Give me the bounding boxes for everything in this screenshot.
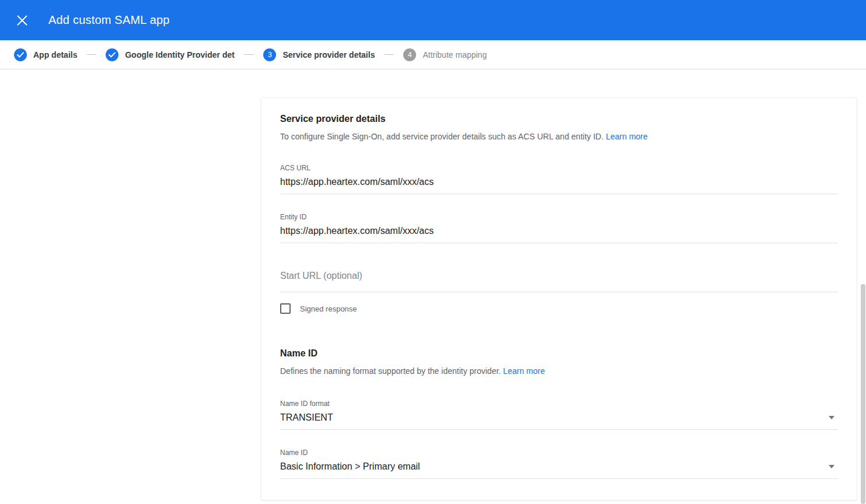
start-url-field bbox=[280, 270, 838, 292]
signed-response-row[interactable]: Signed response bbox=[280, 303, 838, 314]
learn-more-link[interactable]: Learn more bbox=[606, 132, 648, 141]
stepper: App details Google Identity Provider det… bbox=[0, 40, 866, 69]
section-title: Service provider details bbox=[280, 113, 838, 124]
main-content: Service provider details To configure Si… bbox=[0, 69, 866, 504]
app-bar: Add custom SAML app bbox=[0, 0, 866, 40]
name-id-label: Name ID bbox=[280, 449, 838, 457]
learn-more-link[interactable]: Learn more bbox=[503, 366, 545, 376]
step-label: Google Identity Provider details bbox=[125, 50, 235, 60]
step-separator bbox=[87, 54, 96, 55]
step-circle: 4 bbox=[403, 48, 416, 61]
entity-id-label: Entity ID bbox=[280, 213, 838, 221]
service-provider-card: Service provider details To configure Si… bbox=[261, 97, 857, 501]
step-app-details[interactable]: App details bbox=[14, 48, 77, 61]
start-url-input[interactable] bbox=[280, 270, 838, 292]
name-id-field: Name ID Basic Information > Primary emai… bbox=[280, 449, 838, 479]
section-description-text: To configure Single Sign-On, add service… bbox=[280, 132, 603, 141]
step-circle bbox=[14, 48, 27, 61]
signed-response-label: Signed response bbox=[300, 304, 357, 313]
dropdown-arrow-icon bbox=[829, 465, 834, 468]
step-service-provider-details[interactable]: 3 Service provider details bbox=[263, 48, 375, 61]
close-button[interactable] bbox=[12, 10, 33, 31]
name-id-description-text: Defines the naming format supported by t… bbox=[280, 366, 501, 376]
signed-response-checkbox[interactable] bbox=[280, 303, 291, 314]
step-number: 4 bbox=[408, 51, 412, 59]
check-icon bbox=[109, 52, 116, 58]
name-id-section-title: Name ID bbox=[280, 348, 838, 359]
dropdown-arrow-icon bbox=[829, 416, 834, 419]
step-separator bbox=[385, 54, 393, 55]
name-id-format-select[interactable]: TRANSIENT bbox=[280, 408, 838, 430]
step-circle bbox=[106, 48, 118, 61]
acs-url-input[interactable] bbox=[280, 172, 838, 194]
section-description: To configure Single Sign-On, add service… bbox=[280, 132, 838, 142]
close-icon bbox=[17, 15, 27, 26]
entity-id-input[interactable] bbox=[280, 221, 838, 243]
name-id-value: Basic Information > Primary email bbox=[280, 461, 420, 472]
name-id-format-field: Name ID format TRANSIENT bbox=[280, 400, 838, 430]
step-number: 3 bbox=[268, 51, 272, 59]
acs-url-field: ACS URL bbox=[280, 164, 838, 194]
step-google-idp-details[interactable]: Google Identity Provider details bbox=[106, 48, 235, 61]
step-separator bbox=[245, 54, 253, 55]
step-label: Attribute mapping bbox=[422, 50, 487, 60]
scrollbar[interactable] bbox=[860, 69, 866, 504]
step-attribute-mapping: 4 Attribute mapping bbox=[403, 48, 487, 61]
name-id-select[interactable]: Basic Information > Primary email bbox=[280, 457, 838, 479]
step-circle: 3 bbox=[263, 48, 276, 61]
step-label: App details bbox=[33, 50, 77, 60]
name-id-format-label: Name ID format bbox=[280, 400, 838, 408]
entity-id-field: Entity ID bbox=[280, 213, 838, 243]
name-id-format-value: TRANSIENT bbox=[280, 412, 333, 423]
check-icon bbox=[17, 52, 24, 58]
dialog-title: Add custom SAML app bbox=[48, 13, 170, 27]
step-label: Service provider details bbox=[282, 50, 375, 60]
acs-url-label: ACS URL bbox=[280, 164, 838, 172]
scrollbar-thumb[interactable] bbox=[861, 284, 865, 504]
name-id-section-description: Defines the naming format supported by t… bbox=[280, 366, 838, 376]
